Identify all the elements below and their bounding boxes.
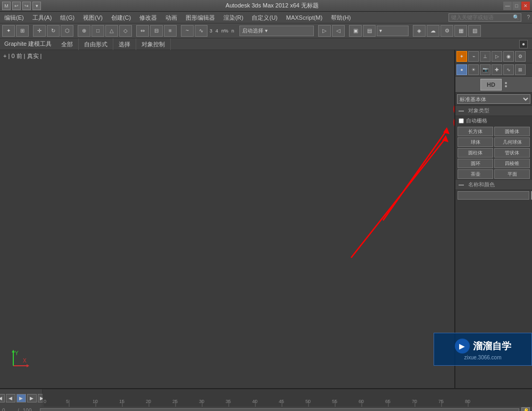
object-type-section[interactable]: — 对象类型 — [455, 106, 532, 116]
progress-bar-row: 0 / 100 🔑 — [0, 407, 532, 411]
title-bar-left-icons: M ↩ ↪ ▾ — [0, 2, 41, 10]
viewport[interactable]: + | 0 前 | 真实 | X Y — [0, 50, 455, 388]
obj-sphere[interactable]: 球体 — [458, 137, 493, 147]
tb-render-setup[interactable]: ⚙ — [440, 25, 453, 37]
menu-view[interactable]: 视图(V) — [79, 12, 107, 23]
tb-move[interactable]: ✛ — [33, 25, 46, 37]
tb-rotate[interactable]: ↻ — [47, 25, 60, 37]
close-btn[interactable]: ✕ — [521, 2, 530, 10]
svg-text:25: 25 — [172, 399, 178, 404]
play-btn[interactable]: ▶ — [16, 394, 26, 402]
obj-cone[interactable]: 圆锥体 — [494, 127, 530, 136]
tb-named-select[interactable]: ▷ — [318, 25, 331, 37]
tb-snap3[interactable]: ◇ — [119, 25, 132, 37]
watermark-subtitle: zixue.3066.com — [464, 355, 501, 360]
tb-mirror[interactable]: ⇔ — [136, 25, 149, 37]
panel-space-icon[interactable]: ∿ — [503, 64, 514, 75]
timeline-right[interactable]: 0 5 10 15 20 25 30 35 40 — [43, 389, 532, 407]
tb-render1[interactable]: ▣ — [349, 25, 362, 37]
panel-utils-icon[interactable]: ⚙ — [515, 51, 526, 62]
panel-hierarchy-icon[interactable]: ⊥ — [480, 51, 491, 62]
panel-sys-icon[interactable]: ⊞ — [515, 64, 526, 75]
menu-render[interactable]: 渲染(R) — [219, 12, 247, 23]
panel-helper-icon[interactable]: ✚ — [492, 64, 502, 75]
render-dropdown[interactable]: ▾ — [377, 26, 409, 36]
panel-sphere-icon[interactable]: ● — [456, 64, 467, 75]
name-color-section[interactable]: — 名称和颜色 — [455, 180, 532, 190]
obj-box[interactable]: 长方体 — [458, 127, 493, 136]
tb-named-select2[interactable]: ◁ — [332, 25, 345, 37]
svg-text:45: 45 — [279, 399, 284, 404]
prev-frame-btn[interactable]: ◀ — [6, 394, 15, 402]
key-icon: 🔑 — [523, 408, 528, 411]
auto-grid-checkbox[interactable] — [459, 118, 464, 124]
selection-filter-dropdown[interactable]: 启动选择 ▾ — [239, 26, 314, 36]
menu-help[interactable]: 帮助(H) — [327, 12, 355, 23]
tb-align[interactable]: ⊟ — [150, 25, 163, 37]
object-name-input[interactable] — [458, 191, 529, 200]
panel-modify-icon[interactable]: ⌁ — [468, 51, 479, 62]
tb-matlib[interactable]: ◈ — [413, 25, 426, 37]
timeline-area: |◀ ◀ ▶ ▶ ▶| 0 5 10 — [0, 389, 532, 407]
next-frame-btn[interactable]: ▶ — [27, 394, 37, 402]
svg-text:65: 65 — [385, 399, 390, 404]
obj-teapot[interactable]: 茶壶 — [458, 169, 493, 179]
menu-animation[interactable]: 动画 — [161, 12, 181, 23]
tb-select2[interactable]: ⊞ — [16, 25, 29, 37]
menu-customize[interactable]: 自定义(U) — [247, 12, 281, 23]
progress-track[interactable] — [40, 408, 519, 412]
menu-modifier[interactable]: 修改器 — [135, 12, 161, 23]
graphite-all[interactable]: 全部 — [56, 38, 79, 50]
tb-snap2[interactable]: △ — [105, 25, 118, 37]
obj-plane[interactable]: 平面 — [494, 169, 530, 179]
tb-ref-coord[interactable]: ⊕ — [78, 25, 90, 37]
search-input[interactable] — [449, 14, 513, 20]
key-mode-btn[interactable]: 🔑 — [521, 407, 530, 412]
tb-render-frame[interactable]: ▦ — [454, 25, 467, 37]
panel-display-icon[interactable]: ◉ — [503, 51, 514, 62]
graphite-dot[interactable]: ● — [519, 40, 528, 48]
graphite-obj-control[interactable]: 对象控制 — [136, 38, 171, 50]
menu-tools[interactable]: 工具(A) — [28, 12, 56, 23]
search-box[interactable]: 🔍 — [448, 13, 521, 22]
window-controls: — □ ✕ — [503, 2, 532, 10]
timeline-left: |◀ ◀ ▶ ▶ ▶| — [0, 389, 43, 407]
coord-axes: X Y — [8, 350, 29, 372]
obj-pyramid[interactable]: 四棱锥 — [494, 159, 530, 168]
minimize-btn[interactable]: — — [503, 2, 512, 10]
panel-motion-icon[interactable]: ▷ — [492, 51, 502, 62]
panel-light-icon[interactable]: ☀ — [468, 64, 479, 75]
tb-extra[interactable]: ▧ — [468, 25, 481, 37]
maximize-btn[interactable]: □ — [512, 2, 521, 10]
panel-create-icon[interactable]: ✦ — [456, 51, 467, 62]
menu-group[interactable]: 组(G) — [56, 12, 79, 23]
graphite-select[interactable]: 选择 — [113, 38, 136, 50]
tb-snap1[interactable]: □ — [92, 25, 104, 37]
panel-camera-icon[interactable]: 📷 — [480, 64, 491, 75]
tb-render2[interactable]: ▤ — [363, 25, 376, 37]
menu-maxscript[interactable]: MAXScript(M) — [282, 12, 327, 23]
tb-undo[interactable]: ↩ — [12, 2, 21, 10]
menu-edit[interactable]: 编辑(E) — [0, 12, 28, 23]
menu-graph-editor[interactable]: 图形编辑器 — [181, 12, 219, 23]
obj-geosphere[interactable]: 几何球体 — [494, 137, 530, 147]
obj-tube[interactable]: 管状体 — [494, 148, 530, 158]
standard-primitives-dropdown[interactable]: 标准基本体 — [457, 94, 530, 104]
obj-torus[interactable]: 圆环 — [458, 159, 493, 168]
tb-curve[interactable]: ~ — [181, 25, 194, 37]
tb-env[interactable]: ☁ — [427, 25, 439, 37]
auto-grid-label: 自动栅格 — [466, 117, 487, 125]
obj-cylinder[interactable]: 圆柱体 — [458, 148, 493, 158]
tb-curve2[interactable]: ∿ — [195, 25, 207, 37]
tb-select[interactable]: ✦ — [2, 25, 15, 37]
menu-create[interactable]: 创建(C) — [107, 12, 135, 23]
tb-redo[interactable]: ↪ — [22, 2, 31, 10]
go-start-btn[interactable]: |◀ — [0, 394, 5, 402]
tb-scale[interactable]: ⬡ — [61, 25, 73, 37]
app-icon: M — [2, 2, 11, 10]
help-icon[interactable]: ? — [527, 14, 530, 20]
frame-end: 100 — [23, 408, 38, 411]
graphite-freeform[interactable]: 自由形式 — [79, 38, 113, 50]
tb-layer[interactable]: ≡ — [164, 25, 177, 37]
tb-menu[interactable]: ▾ — [32, 2, 41, 10]
